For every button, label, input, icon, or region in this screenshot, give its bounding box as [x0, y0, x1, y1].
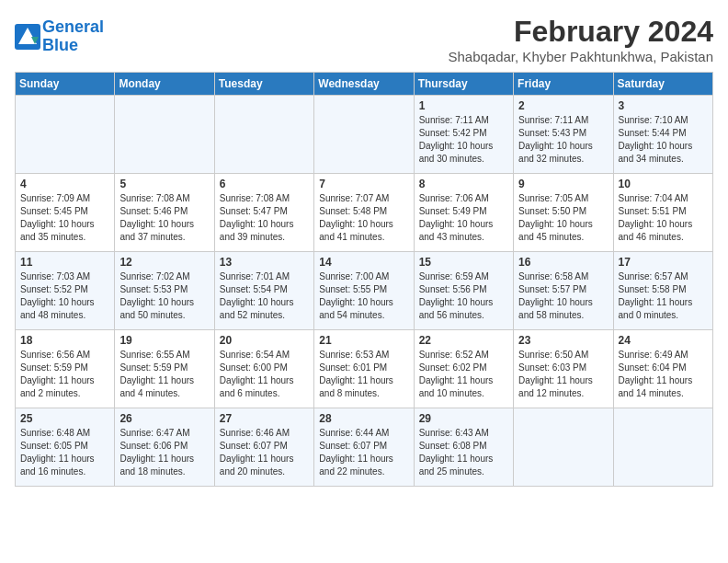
day-number: 3 — [619, 99, 708, 112]
day-number: 20 — [220, 334, 309, 347]
day-info: Sunrise: 6:49 AMSunset: 6:04 PMDaylight:… — [619, 349, 708, 400]
day-info: Sunrise: 6:48 AMSunset: 6:05 PMDaylight:… — [20, 427, 109, 478]
day-info: Sunrise: 6:44 AMSunset: 6:07 PMDaylight:… — [319, 427, 408, 478]
day-number: 27 — [220, 412, 309, 425]
day-number: 18 — [20, 334, 109, 347]
weekday-header-tuesday: Tuesday — [214, 73, 313, 96]
day-number: 1 — [419, 99, 508, 112]
day-info: Sunrise: 7:07 AMSunset: 5:48 PMDaylight:… — [319, 192, 408, 244]
day-number: 6 — [220, 178, 309, 190]
calendar-cell — [16, 96, 115, 174]
day-info: Sunrise: 7:08 AMSunset: 5:46 PMDaylight:… — [119, 192, 209, 244]
day-info: Sunrise: 6:54 AMSunset: 6:00 PMDaylight:… — [220, 349, 309, 400]
page-header: General Blue February 2024 Shabqadar, Kh… — [15, 15, 713, 64]
day-info: Sunrise: 7:09 AMSunset: 5:45 PMDaylight:… — [20, 192, 109, 244]
calendar-cell: 21Sunrise: 6:53 AMSunset: 6:01 PMDayligh… — [314, 330, 414, 408]
weekday-header-row: SundayMondayTuesdayWednesdayThursdayFrid… — [16, 73, 713, 96]
calendar-cell: 3Sunrise: 7:10 AMSunset: 5:44 PMDaylight… — [613, 96, 712, 174]
day-number: 24 — [619, 334, 708, 347]
day-info: Sunrise: 7:10 AMSunset: 5:44 PMDaylight:… — [619, 114, 708, 166]
day-info: Sunrise: 7:03 AMSunset: 5:52 PMDaylight:… — [20, 270, 109, 322]
weekday-header-friday: Friday — [514, 73, 613, 96]
day-info: Sunrise: 6:58 AMSunset: 5:57 PMDaylight:… — [518, 270, 608, 322]
calendar-cell: 27Sunrise: 6:46 AMSunset: 6:07 PMDayligh… — [214, 408, 313, 487]
weekday-header-saturday: Saturday — [613, 73, 712, 96]
day-number: 19 — [119, 334, 209, 347]
day-info: Sunrise: 7:06 AMSunset: 5:49 PMDaylight:… — [419, 192, 508, 244]
calendar-cell: 10Sunrise: 7:04 AMSunset: 5:51 PMDayligh… — [613, 174, 712, 252]
calendar-cell: 26Sunrise: 6:47 AMSunset: 6:06 PMDayligh… — [115, 408, 214, 487]
day-number: 29 — [419, 412, 508, 425]
day-number: 5 — [119, 178, 209, 190]
calendar-cell — [214, 96, 313, 174]
calendar-cell: 15Sunrise: 6:59 AMSunset: 5:56 PMDayligh… — [414, 252, 513, 330]
day-number: 22 — [419, 334, 508, 347]
day-info: Sunrise: 6:56 AMSunset: 5:59 PMDaylight:… — [20, 349, 109, 400]
day-number: 13 — [220, 256, 309, 269]
day-info: Sunrise: 7:01 AMSunset: 5:54 PMDaylight:… — [220, 270, 309, 322]
weekday-header-sunday: Sunday — [16, 73, 115, 96]
weekday-header-wednesday: Wednesday — [314, 73, 414, 96]
day-number: 12 — [119, 256, 209, 269]
day-info: Sunrise: 6:47 AMSunset: 6:06 PMDaylight:… — [119, 427, 209, 478]
calendar-cell: 13Sunrise: 7:01 AMSunset: 5:54 PMDayligh… — [214, 252, 313, 330]
day-number: 2 — [518, 99, 608, 112]
calendar-cell: 1Sunrise: 7:11 AMSunset: 5:42 PMDaylight… — [414, 96, 513, 174]
day-number: 7 — [319, 178, 408, 190]
calendar-week-row: 25Sunrise: 6:48 AMSunset: 6:05 PMDayligh… — [16, 408, 713, 487]
day-info: Sunrise: 6:50 AMSunset: 6:03 PMDaylight:… — [518, 349, 608, 400]
day-number: 26 — [119, 412, 209, 425]
calendar-week-row: 18Sunrise: 6:56 AMSunset: 5:59 PMDayligh… — [16, 330, 713, 408]
day-info: Sunrise: 7:05 AMSunset: 5:50 PMDaylight:… — [518, 192, 608, 244]
day-info: Sunrise: 6:53 AMSunset: 6:01 PMDaylight:… — [319, 349, 408, 400]
day-number: 10 — [619, 178, 708, 190]
calendar-cell: 8Sunrise: 7:06 AMSunset: 5:49 PMDaylight… — [414, 174, 513, 252]
calendar-cell: 29Sunrise: 6:43 AMSunset: 6:08 PMDayligh… — [414, 408, 513, 487]
day-info: Sunrise: 7:08 AMSunset: 5:47 PMDaylight:… — [220, 192, 309, 244]
day-number: 25 — [20, 412, 109, 425]
day-info: Sunrise: 6:57 AMSunset: 5:58 PMDaylight:… — [619, 270, 708, 322]
calendar-cell: 4Sunrise: 7:09 AMSunset: 5:45 PMDaylight… — [16, 174, 115, 252]
day-number: 4 — [20, 178, 109, 190]
calendar-cell: 2Sunrise: 7:11 AMSunset: 5:43 PMDaylight… — [514, 96, 613, 174]
calendar-table: SundayMondayTuesdayWednesdayThursdayFrid… — [15, 72, 713, 487]
day-info: Sunrise: 7:02 AMSunset: 5:53 PMDaylight:… — [119, 270, 209, 322]
day-info: Sunrise: 6:43 AMSunset: 6:08 PMDaylight:… — [419, 427, 508, 478]
day-info: Sunrise: 6:55 AMSunset: 5:59 PMDaylight:… — [119, 349, 209, 400]
day-info: Sunrise: 7:04 AMSunset: 5:51 PMDaylight:… — [619, 192, 708, 244]
day-number: 28 — [319, 412, 408, 425]
calendar-cell: 5Sunrise: 7:08 AMSunset: 5:46 PMDaylight… — [115, 174, 214, 252]
day-info: Sunrise: 7:11 AMSunset: 5:42 PMDaylight:… — [419, 114, 508, 166]
calendar-cell — [613, 408, 712, 487]
weekday-header-thursday: Thursday — [414, 73, 513, 96]
day-number: 11 — [20, 256, 109, 269]
calendar-cell: 19Sunrise: 6:55 AMSunset: 5:59 PMDayligh… — [115, 330, 214, 408]
day-number: 9 — [518, 178, 608, 190]
calendar-cell: 24Sunrise: 6:49 AMSunset: 6:04 PMDayligh… — [613, 330, 712, 408]
calendar-cell: 18Sunrise: 6:56 AMSunset: 5:59 PMDayligh… — [16, 330, 115, 408]
calendar-cell: 23Sunrise: 6:50 AMSunset: 6:03 PMDayligh… — [514, 330, 613, 408]
weekday-header-monday: Monday — [115, 73, 214, 96]
day-number: 16 — [518, 256, 608, 269]
calendar-cell: 11Sunrise: 7:03 AMSunset: 5:52 PMDayligh… — [16, 252, 115, 330]
location: Shabqadar, Khyber Pakhtunkhwa, Pakistan — [448, 49, 713, 64]
day-info: Sunrise: 7:00 AMSunset: 5:55 PMDaylight:… — [319, 270, 408, 322]
calendar-cell: 20Sunrise: 6:54 AMSunset: 6:00 PMDayligh… — [214, 330, 313, 408]
calendar-week-row: 4Sunrise: 7:09 AMSunset: 5:45 PMDaylight… — [16, 174, 713, 252]
day-number: 14 — [319, 256, 408, 269]
calendar-cell — [314, 96, 414, 174]
calendar-cell: 28Sunrise: 6:44 AMSunset: 6:07 PMDayligh… — [314, 408, 414, 487]
calendar-cell: 17Sunrise: 6:57 AMSunset: 5:58 PMDayligh… — [613, 252, 712, 330]
title-block: February 2024 Shabqadar, Khyber Pakhtunk… — [448, 15, 713, 64]
day-number: 15 — [419, 256, 508, 269]
calendar-cell: 6Sunrise: 7:08 AMSunset: 5:47 PMDaylight… — [214, 174, 313, 252]
day-number: 21 — [319, 334, 408, 347]
calendar-cell: 14Sunrise: 7:00 AMSunset: 5:55 PMDayligh… — [314, 252, 414, 330]
calendar-cell: 12Sunrise: 7:02 AMSunset: 5:53 PMDayligh… — [115, 252, 214, 330]
calendar-cell — [115, 96, 214, 174]
calendar-cell: 22Sunrise: 6:52 AMSunset: 6:02 PMDayligh… — [414, 330, 513, 408]
day-number: 23 — [518, 334, 608, 347]
logo-icon — [15, 24, 40, 50]
day-info: Sunrise: 7:11 AMSunset: 5:43 PMDaylight:… — [518, 114, 608, 166]
calendar-week-row: 11Sunrise: 7:03 AMSunset: 5:52 PMDayligh… — [16, 252, 713, 330]
